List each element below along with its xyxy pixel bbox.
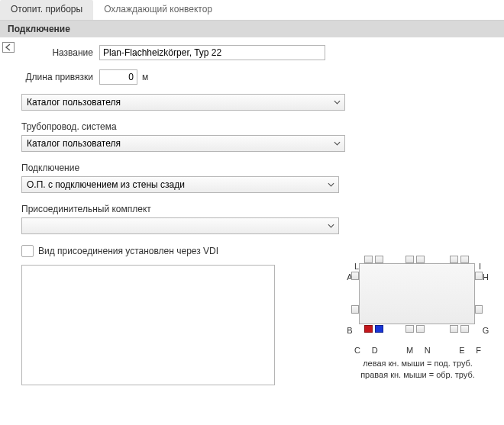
connection-listbox[interactable]: [21, 265, 275, 385]
port-label-M: M: [406, 346, 413, 355]
port-A[interactable]: [351, 272, 359, 280]
port-label-E: E: [459, 346, 464, 355]
port-M[interactable]: [405, 325, 414, 333]
catalog-select[interactable]: Каталог пользователя: [21, 94, 345, 111]
name-input[interactable]: [99, 45, 325, 60]
left-sidebar: [0, 37, 17, 385]
connection-kit-label: Присоединительный комплект: [21, 204, 490, 214]
connection-select[interactable]: О.П. с подключением из стены сзади: [21, 176, 339, 193]
port-I[interactable]: [460, 256, 469, 263]
back-arrow-icon[interactable]: [0, 42, 17, 53]
bind-length-label: Длина привязки: [21, 72, 99, 82]
radiator-box[interactable]: [359, 263, 475, 324]
tab-cooling-convector[interactable]: Охлаждающий конвектор: [93, 0, 223, 20]
vdi-checkbox-label: Вид присоединения установлен через VDI: [38, 246, 218, 256]
port-label-N: N: [425, 346, 431, 355]
port-label-D: D: [372, 346, 378, 355]
pipe-system-label: Трубопровод. система: [21, 121, 490, 132]
app-root: Отопит. приборы Охлаждающий конвектор По…: [0, 0, 504, 425]
port-H[interactable]: [475, 272, 483, 280]
port-K[interactable]: [375, 256, 383, 263]
port-label-C: C: [354, 346, 360, 355]
checkbox-icon[interactable]: [21, 245, 34, 257]
port-O[interactable]: [416, 256, 425, 263]
svg-rect-0: [3, 43, 15, 53]
tab-heating-devices[interactable]: Отопит. приборы: [0, 0, 93, 20]
port-E[interactable]: [450, 325, 458, 333]
port-label-B: B: [345, 326, 354, 335]
port-B[interactable]: [351, 305, 359, 314]
port-C[interactable]: [364, 325, 373, 333]
diagram-hints: левая кн. мыши = под. труб. правая кн. м…: [345, 358, 490, 381]
port-F[interactable]: [460, 325, 469, 333]
port-L[interactable]: [364, 256, 373, 263]
port-J[interactable]: [450, 256, 458, 263]
bind-length-input[interactable]: [99, 69, 137, 85]
form-area: Название Длина привязки м Каталог пользо…: [17, 37, 504, 385]
hint-right-click: правая кн. мыши = обр. труб.: [345, 369, 490, 381]
tab-strip: Отопит. приборы Охлаждающий конвектор: [0, 0, 504, 21]
port-G[interactable]: [475, 305, 483, 314]
radiator-diagram: L K P O J I A H: [345, 262, 490, 381]
port-label-I: I: [479, 262, 481, 271]
connection-kit-select[interactable]: [21, 217, 339, 234]
port-N[interactable]: [416, 325, 425, 333]
name-label: Название: [21, 47, 99, 58]
connection-label: Подключение: [21, 163, 490, 173]
port-label-G: G: [481, 326, 490, 335]
pipe-system-select[interactable]: Каталог пользователя: [21, 135, 345, 152]
port-D[interactable]: [375, 325, 383, 333]
hint-left-click: левая кн. мыши = под. труб.: [345, 358, 490, 369]
section-title-connection: Подключение: [0, 21, 504, 37]
bind-length-unit: м: [137, 72, 148, 82]
port-P[interactable]: [405, 256, 414, 263]
port-label-F: F: [476, 346, 481, 355]
